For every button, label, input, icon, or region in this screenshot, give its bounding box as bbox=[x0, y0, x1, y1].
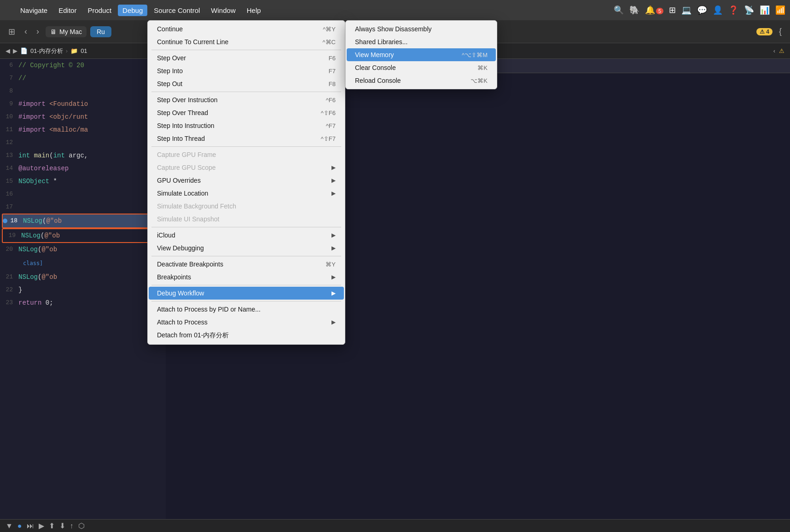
grid-icon[interactable]: ⊞ bbox=[669, 5, 676, 15]
menu-step-over-instruction-label: Step Over Instruction bbox=[157, 96, 218, 104]
submenu-view-memory[interactable]: View Memory ^⌥⇧⌘M bbox=[347, 48, 496, 61]
menu-item-product[interactable]: Product bbox=[83, 5, 116, 16]
menu-breakpoints[interactable]: Breakpoints ▶ bbox=[149, 271, 344, 283]
menu-deactivate-breakpoints[interactable]: Deactivate Breakpoints ⌘Y bbox=[149, 258, 344, 271]
file-icon: 📄 bbox=[20, 47, 28, 54]
debug-breakpoint-icon[interactable]: ⬡ bbox=[78, 521, 85, 530]
menu-continue[interactable]: Continue ^⌘Y bbox=[149, 23, 344, 35]
code-line-10: 10 #import <objc/runt bbox=[0, 110, 166, 123]
breadcrumb-sep1: › bbox=[66, 47, 68, 54]
menu-attach-to-process[interactable]: Attach to Process ▶ bbox=[149, 316, 344, 329]
menu-simulate-location[interactable]: Simulate Location ▶ bbox=[149, 187, 344, 200]
class-line: class] bbox=[23, 260, 43, 266]
menu-icloud-label: iCloud bbox=[157, 231, 175, 239]
monitor-icon[interactable]: 💻 bbox=[681, 5, 691, 15]
sep6 bbox=[151, 285, 341, 285]
debug-toggle-icon[interactable]: ▼ bbox=[6, 522, 13, 530]
back-btn[interactable]: ‹ bbox=[22, 25, 30, 38]
menu-item-editor[interactable]: Editor bbox=[54, 5, 81, 16]
menu-gpu-overrides[interactable]: GPU Overrides ▶ bbox=[149, 174, 344, 187]
menu-view-debugging[interactable]: View Debugging ▶ bbox=[149, 242, 344, 254]
debug-up-icon[interactable]: ↑ bbox=[70, 522, 74, 530]
menu-item-debug[interactable]: Debug bbox=[118, 5, 147, 16]
menu-step-into-thread[interactable]: Step Into Thread ^⇧F7 bbox=[149, 132, 344, 145]
sep2 bbox=[151, 92, 341, 92]
chat-icon[interactable]: 💬 bbox=[697, 5, 707, 15]
menu-debug-workflow-label: Debug Workflow bbox=[157, 289, 204, 297]
menu-continue-to-line-label: Continue To Current Line bbox=[157, 38, 228, 46]
menu-detach-label: Detach from 01-内存分析 bbox=[157, 331, 229, 340]
stats-icon[interactable]: 📊 bbox=[760, 5, 770, 15]
debug-step-over-icon[interactable]: ⏭ bbox=[27, 522, 34, 530]
sep7 bbox=[151, 301, 341, 301]
help-icon[interactable]: ❓ bbox=[728, 5, 738, 15]
gpu-overrides-arrow: ▶ bbox=[331, 177, 336, 184]
menu-step-into-thread-shortcut: ^⇧F7 bbox=[321, 135, 336, 142]
breadcrumb-part1[interactable]: 01-内存分析 bbox=[30, 47, 63, 55]
breadcrumb-part2[interactable]: 01 bbox=[81, 47, 87, 54]
menu-step-into-thread-label: Step Into Thread bbox=[157, 135, 205, 142]
submenu-always-show-disassembly-label: Always Show Disassembly bbox=[355, 25, 432, 33]
notification-badge: 5 bbox=[656, 8, 663, 14]
wifi-icon[interactable]: 📶 bbox=[775, 5, 785, 15]
menu-step-over-instruction[interactable]: Step Over Instruction ^F6 bbox=[149, 93, 344, 106]
menu-simulate-bg-fetch-label: Simulate Background Fetch bbox=[157, 202, 236, 210]
menu-attach-to-process-label: Attach to Process bbox=[157, 318, 208, 326]
submenu-reload-console[interactable]: Reload Console ⌥⌘K bbox=[347, 74, 496, 87]
menu-step-over[interactable]: Step Over F6 bbox=[149, 52, 344, 64]
menu-step-out[interactable]: Step Out F8 bbox=[149, 77, 344, 90]
monitor-small-icon: 🖥 bbox=[50, 28, 57, 35]
submenu-shared-libraries[interactable]: Shared Libraries... bbox=[347, 35, 496, 48]
forward-btn[interactable]: › bbox=[34, 25, 42, 38]
menu-capture-gpu-scope: Capture GPU Scope ▶ bbox=[149, 161, 344, 174]
menu-step-out-label: Step Out bbox=[157, 80, 182, 87]
menu-item-help[interactable]: Help bbox=[242, 5, 266, 16]
debug-stop-icon[interactable]: ● bbox=[17, 522, 22, 530]
menu-step-into-instruction-label: Step Into Instruction bbox=[157, 122, 215, 129]
menu-step-into[interactable]: Step Into F7 bbox=[149, 64, 344, 77]
warning-badge[interactable]: ⚠ 4 bbox=[756, 28, 773, 35]
menu-step-into-label: Step Into bbox=[157, 67, 183, 75]
menu-item-window[interactable]: Window bbox=[206, 5, 240, 16]
submenu-clear-console[interactable]: Clear Console ⌘K bbox=[347, 61, 496, 74]
submenu-always-show-disassembly[interactable]: Always Show Disassembly bbox=[347, 23, 496, 35]
menu-continue-to-line[interactable]: Continue To Current Line ^⌘C bbox=[149, 35, 344, 48]
submenu-reload-console-label: Reload Console bbox=[355, 77, 401, 84]
menu-item-source-control[interactable]: Source Control bbox=[149, 5, 204, 16]
menu-detach[interactable]: Detach from 01-内存分析 bbox=[149, 329, 344, 342]
menu-item-navigate[interactable]: Navigate bbox=[16, 5, 52, 16]
back-arrow-icon[interactable]: ‹ bbox=[773, 47, 775, 54]
debug-workflow-arrow: ▶ bbox=[331, 290, 336, 296]
nav-icon: ◀ bbox=[6, 47, 10, 54]
menu-item-apple[interactable] bbox=[5, 8, 14, 12]
network-icon[interactable]: 📡 bbox=[744, 5, 754, 15]
menu-attach-by-pid[interactable]: Attach to Process by PID or Name... bbox=[149, 303, 344, 316]
debug-workflow-submenu: Always Show Disassembly Shared Libraries… bbox=[345, 20, 497, 89]
menu-step-over-thread[interactable]: Step Over Thread ^⇧F6 bbox=[149, 106, 344, 119]
user-icon[interactable]: 👤 bbox=[713, 5, 723, 15]
menu-debug-workflow[interactable]: Debug Workflow ▶ bbox=[149, 287, 344, 300]
menu-simulate-location-label: Simulate Location bbox=[157, 190, 208, 197]
menu-step-into-instruction[interactable]: Step Into Instruction ^F7 bbox=[149, 119, 344, 132]
attach-process-arrow: ▶ bbox=[331, 319, 336, 325]
device-selector[interactable]: 🖥 My Mac bbox=[46, 26, 87, 37]
search-icon[interactable]: 🔍 bbox=[614, 5, 624, 15]
submenu-reload-console-shortcut: ⌥⌘K bbox=[471, 77, 488, 84]
breakpoints-arrow: ▶ bbox=[331, 274, 336, 280]
menu-icloud[interactable]: iCloud ▶ bbox=[149, 229, 344, 242]
debug-step-into-icon[interactable]: ▶ bbox=[39, 521, 44, 530]
main-layout: 6 // Copyright © 20 7 // 8 9 #import <Fo… bbox=[0, 59, 790, 519]
code-line-13: 13 int main(int argc, bbox=[0, 149, 166, 162]
sep4 bbox=[151, 227, 341, 227]
debug-step-out-icon[interactable]: ⬆ bbox=[49, 521, 55, 530]
code-line-18: 18 NSLog(@"ob bbox=[2, 214, 164, 228]
sidebar-toggle-right[interactable]: { bbox=[776, 25, 784, 38]
menu-attach-by-pid-label: Attach to Process by PID or Name... bbox=[157, 306, 261, 313]
elephant-icon[interactable]: 🐘 bbox=[629, 5, 639, 15]
run-button[interactable]: Ru bbox=[90, 26, 111, 37]
view-debugging-arrow: ▶ bbox=[331, 245, 336, 251]
debug-continue-icon[interactable]: ⬇ bbox=[59, 521, 65, 530]
bell-icon[interactable]: 🔔5 bbox=[645, 5, 663, 15]
code-editor: 6 // Copyright © 20 7 // 8 9 #import <Fo… bbox=[0, 59, 166, 519]
grid-view-btn[interactable]: ⊞ bbox=[6, 25, 18, 39]
